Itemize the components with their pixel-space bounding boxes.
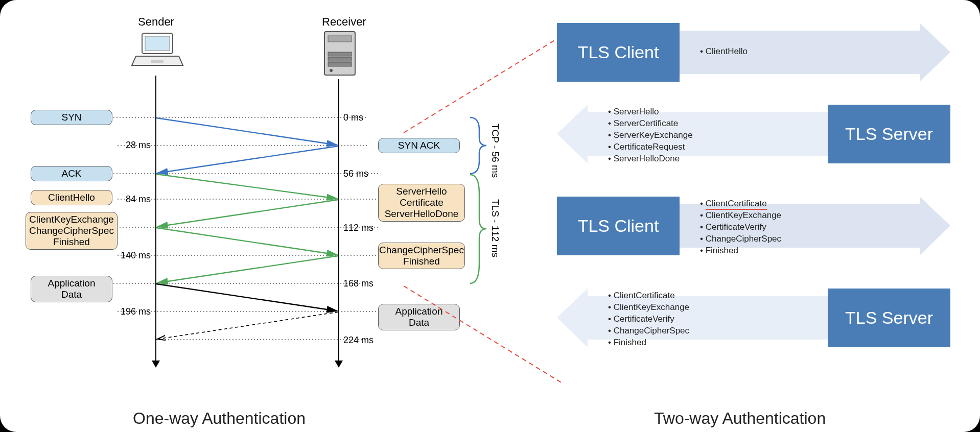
svg-line-26 bbox=[404, 36, 562, 133]
flow-msgs-1: ClientHello bbox=[700, 46, 748, 58]
diagram-canvas: Sender Receiver bbox=[0, 0, 980, 432]
flow-row-2: TLS Server ServerHelloServerCertificateS… bbox=[557, 105, 950, 163]
flow-row-4: TLS Server ClientCertificateClientKeyExc… bbox=[557, 289, 950, 347]
flow-msgs-4: ClientCertificateClientKeyExchangeCertif… bbox=[608, 290, 689, 349]
svg-line-27 bbox=[404, 286, 562, 383]
flow-row-3: TLS Client ClientCertificateClientKeyExc… bbox=[557, 197, 950, 255]
flow-msgs-3: ClientCertificateClientKeyExchangeCertif… bbox=[700, 198, 781, 257]
tls-client-box: TLS Client bbox=[557, 197, 680, 255]
caption-oneway: One-way Authentication bbox=[133, 409, 306, 428]
flow-row-1: TLS Client ClientHello bbox=[557, 23, 950, 82]
caption-twoway: Two-way Authentication bbox=[654, 409, 826, 428]
tls-client-box: TLS Client bbox=[557, 23, 680, 82]
flow-msgs-2: ServerHelloServerCertificateServerKeyExc… bbox=[608, 106, 693, 165]
tls-server-box: TLS Server bbox=[828, 105, 950, 163]
twoway-flow-diagram: TLS Client ClientHello TLS Server Server… bbox=[557, 23, 966, 380]
tls-server-box: TLS Server bbox=[828, 289, 950, 347]
